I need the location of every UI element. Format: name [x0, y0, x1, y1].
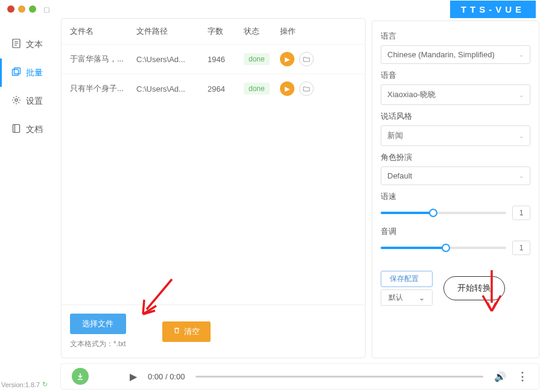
window-icon: ◻ — [43, 5, 50, 14]
col-path: 文件路径 — [136, 26, 208, 37]
slider-thumb[interactable] — [442, 244, 450, 252]
download-button[interactable] — [72, 368, 89, 385]
clear-button[interactable]: 清空 — [162, 321, 211, 342]
voice-select[interactable]: Xiaoxiao-晓晓⌄ — [381, 84, 530, 105]
language-select[interactable]: Chinese (Mandarin, Simplified)⌄ — [381, 45, 530, 64]
cell-words: 1946 — [208, 55, 244, 64]
speed-value: 1 — [512, 206, 530, 220]
pitch-slider[interactable] — [381, 247, 506, 249]
settings-panel: 语言 Chinese (Mandarin, Simplified)⌄ 语音 Xi… — [372, 21, 539, 358]
app-brand: TTS-VUE — [450, 1, 536, 18]
pitch-value: 1 — [512, 241, 530, 255]
version-label: Version:1.8.7 ↻ — [1, 381, 48, 388]
col-name: 文件名 — [70, 26, 136, 37]
voice-label: 语音 — [381, 70, 530, 81]
cell-words: 2964 — [208, 84, 244, 93]
stack-icon — [11, 67, 21, 78]
more-icon[interactable]: ⋮ — [517, 370, 528, 383]
sidebar-item-label: 设置 — [26, 96, 43, 107]
chevron-down-icon: ⌄ — [519, 51, 524, 58]
cell-path: C:\Users\Ad... — [136, 84, 208, 93]
preset-select[interactable]: 默认⌄ — [381, 289, 433, 306]
svg-point-3 — [15, 99, 17, 101]
table-row: 于富华落马，... C:\Users\Ad... 1946 done ▶ — [62, 44, 365, 74]
chevron-down-icon: ⌄ — [519, 172, 524, 179]
folder-button[interactable] — [299, 81, 314, 96]
book-icon — [11, 124, 21, 135]
file-table-panel: 文件名 文件路径 字数 状态 操作 于富华落马，... C:\Users\Ad.… — [61, 18, 366, 358]
clear-label: 清空 — [184, 326, 200, 337]
refresh-icon[interactable]: ↻ — [42, 381, 48, 388]
close-dot[interactable] — [7, 5, 14, 13]
chevron-down-icon: ⌄ — [519, 92, 524, 98]
play-button[interactable]: ▶ — [280, 52, 294, 66]
file-hint: 文本格式为：*.txt — [70, 339, 126, 349]
sidebar: 文本 批量 设置 文档 — [0, 18, 57, 358]
table-header: 文件名 文件路径 字数 状态 操作 — [62, 19, 365, 44]
bottom-actions: 选择文件 文本格式为：*.txt 清空 — [62, 305, 365, 358]
sidebar-item-docs[interactable]: 文档 — [0, 115, 57, 144]
player-time: 0:00 / 0:00 — [148, 372, 185, 381]
folder-button[interactable] — [299, 52, 314, 66]
sidebar-item-label: 文档 — [26, 124, 43, 135]
style-select[interactable]: 新闻⌄ — [381, 125, 530, 146]
trash-icon — [173, 327, 180, 336]
titlebar: ◻ TTS-VUE — [0, 0, 543, 18]
select-file-button[interactable]: 选择文件 — [70, 314, 126, 334]
svg-rect-4 — [13, 125, 20, 133]
speed-slider[interactable] — [381, 212, 506, 214]
svg-rect-2 — [14, 68, 21, 74]
cell-name: 于富华落马，... — [70, 54, 136, 65]
sidebar-item-batch[interactable]: 批量 — [0, 58, 57, 87]
cell-name: 只有半个身子... — [70, 83, 136, 94]
slider-thumb[interactable] — [429, 209, 437, 217]
pitch-label: 音调 — [381, 226, 530, 237]
play-button[interactable]: ▶ — [280, 81, 294, 96]
cell-status: done — [244, 53, 280, 65]
col-words: 字数 — [208, 26, 244, 37]
chevron-down-icon: ⌄ — [519, 133, 524, 139]
col-ops: 操作 — [280, 26, 357, 37]
audio-player: ▶ 0:00 / 0:00 🔊 ⋮ — [60, 363, 539, 390]
style-label: 说话风格 — [381, 111, 530, 122]
sidebar-item-settings[interactable]: 设置 — [0, 87, 57, 115]
status-badge: done — [244, 53, 270, 65]
play-icon[interactable]: ▶ — [130, 371, 137, 382]
sidebar-item-label: 文本 — [26, 39, 43, 50]
minimize-dot[interactable] — [18, 5, 25, 13]
sidebar-item-text[interactable]: 文本 — [0, 30, 57, 58]
chevron-down-icon: ⌄ — [419, 294, 425, 302]
speed-label: 语速 — [381, 191, 530, 202]
svg-rect-1 — [13, 69, 19, 75]
gear-icon — [11, 95, 21, 107]
start-convert-button[interactable]: 开始转换 — [443, 276, 505, 300]
cell-status: done — [244, 83, 280, 95]
maximize-dot[interactable] — [29, 5, 36, 13]
sidebar-item-label: 批量 — [26, 68, 43, 78]
speaker-icon[interactable]: 🔊 — [494, 371, 506, 382]
document-icon — [11, 39, 21, 50]
status-badge: done — [244, 83, 270, 95]
window-controls — [7, 5, 36, 13]
cell-path: C:\Users\Ad... — [136, 55, 208, 64]
language-label: 语言 — [381, 31, 530, 42]
save-config-button[interactable]: 保存配置 — [381, 271, 433, 287]
role-label: 角色扮演 — [381, 152, 530, 163]
player-track[interactable] — [195, 376, 483, 378]
table-row: 只有半个身子... C:\Users\Ad... 2964 done ▶ — [62, 74, 365, 103]
col-status: 状态 — [244, 26, 280, 37]
role-select[interactable]: Default⌄ — [381, 166, 530, 185]
